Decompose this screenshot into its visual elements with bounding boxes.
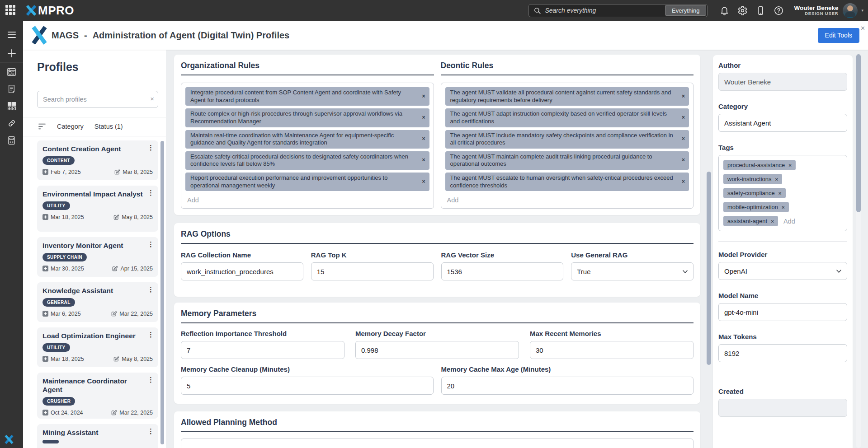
profile-card[interactable]: Load Optimization Engineer ⋮ UTILITY Mar… [37,327,158,367]
menu-toggle[interactable] [0,26,23,43]
details-scrollbar-track[interactable] [856,54,861,448]
remove-tag-icon[interactable]: × [775,177,778,182]
kebab-menu-icon[interactable]: ⋮ [147,428,154,434]
xmpro-footer-logo[interactable] [4,434,14,444]
document-icon [7,84,16,93]
search-scope-button[interactable]: Everything [665,5,706,16]
main-content: Organizational Rules Integrate procedura… [166,50,713,448]
profiles-scrollbar[interactable] [160,141,164,444]
profiles-search-input[interactable] [37,91,158,108]
memory-cache-cleanup-input[interactable] [181,377,434,395]
xmpro-x-icon [25,5,37,16]
created-date: Mar 30, 2025 [51,266,84,272]
remove-rule-icon[interactable]: × [682,157,685,164]
modified-date: Mar 22, 2025 [119,410,153,416]
modified-date-icon [112,266,118,272]
author-input [718,73,847,91]
planning-method-box [181,439,693,448]
profile-card[interactable]: Maintenance Coordinator Agent ⋮ CRUSHER … [37,373,158,419]
remove-rule-icon[interactable]: × [422,135,425,142]
rail-item-apps[interactable] [0,98,23,115]
remove-tag-icon[interactable]: × [788,163,792,168]
remove-tag-icon[interactable]: × [782,205,785,210]
notifications-bell-icon[interactable] [719,5,730,16]
remove-rule-icon[interactable]: × [422,178,425,185]
use-general-rag-select[interactable]: True [571,262,693,280]
app-launcher-icon[interactable] [5,5,16,16]
kebab-menu-icon[interactable]: ⋮ [147,286,154,293]
remove-tag-icon[interactable]: × [778,191,782,196]
max-recent-memories-input[interactable] [530,341,693,359]
user-caret-icon[interactable]: ▾ [861,8,863,13]
kebab-menu-icon[interactable]: ⋮ [147,376,154,383]
rail-item-add[interactable] [0,45,23,62]
memory-cache-max-age-input[interactable] [441,377,694,395]
remove-rule-icon[interactable]: × [682,114,685,121]
kebab-menu-icon[interactable]: ⋮ [147,331,154,338]
reflection-importance-threshold-input[interactable] [181,341,344,359]
memory-decay-factor-input[interactable] [355,341,519,359]
modified-date-icon [113,214,119,220]
settings-gear-icon[interactable] [737,5,748,16]
modified-date-icon [113,356,119,362]
rule-text: The agent MUST adapt instruction complex… [450,110,667,125]
deontic-rules-title: Deontic Rules [441,61,694,75]
category-badge: SUPPLY CHAIN [42,253,87,261]
close-icon[interactable]: ✕ [860,25,865,31]
filter-status[interactable]: Status (1) [94,123,123,130]
rag-vector-size-input[interactable] [441,262,564,280]
profile-card[interactable]: Environmental Impact Analyst ⋮ UTILITY M… [37,186,158,232]
remove-tag-icon[interactable]: × [771,219,774,224]
rail-item-calculations[interactable] [0,132,23,149]
tags-box[interactable]: procedural-assistance× work-instructions… [718,155,847,231]
rag-collection-name-input[interactable] [181,262,303,280]
search-input[interactable] [545,7,665,14]
kebab-menu-icon[interactable]: ⋮ [147,144,154,151]
profile-card[interactable]: Mining Assistant ⋮ [37,424,158,448]
model-provider-select[interactable]: OpenAI [718,262,847,280]
app-name: MAGS [52,30,79,41]
created-date-icon [42,311,48,317]
rail-item-forms[interactable] [0,80,23,98]
profile-card[interactable]: Knowledge Assistant ⋮ GENERAL Mar 6, 202… [37,282,158,322]
help-icon[interactable] [774,5,784,16]
rag-options-title: RAG Options [181,229,693,244]
rag-top-k-input[interactable] [311,262,434,280]
rail-item-connections[interactable] [0,115,23,132]
rail-item-pages[interactable] [0,63,23,80]
main-scrollbar[interactable] [707,172,711,365]
global-search[interactable]: Everything [528,4,708,17]
kebab-menu-icon[interactable]: ⋮ [147,241,154,247]
mobile-device-icon[interactable] [755,5,766,16]
add-rule-input[interactable]: Add [185,194,429,206]
user-menu[interactable]: Wouter Beneke DESIGN USER [794,5,838,16]
remove-rule-icon[interactable]: × [422,157,425,164]
xmpro-logo[interactable]: MPRO [25,4,74,18]
details-scrollbar-thumb[interactable] [856,54,861,212]
edit-tools-button[interactable]: Edit Tools [818,28,859,43]
kebab-menu-icon[interactable]: ⋮ [147,189,154,196]
profile-card[interactable]: Content Creation Agent ⋮ CONTENT Feb 7, … [37,140,158,180]
avatar[interactable] [843,3,858,18]
remove-rule-icon[interactable]: × [422,114,425,121]
remove-rule-icon[interactable]: × [682,135,685,142]
created-date-icon [42,356,48,362]
remove-rule-icon[interactable]: × [422,93,425,100]
created-date: Mar 18, 2025 [51,214,84,220]
profile-card[interactable]: Inventory Monitor Agent ⋮ SUPPLY CHAIN M… [37,237,158,277]
model-name-input[interactable] [718,303,847,321]
max-tokens-input[interactable] [718,344,847,362]
filter-category[interactable]: Category [57,123,84,130]
max-recent-memories-label: Max Recent Memories [530,330,693,337]
add-tag-input[interactable]: Add [783,218,795,225]
clear-search-icon[interactable]: × [150,95,154,103]
organizational-rules-box: Integrate procedural content from SOP Co… [181,83,434,209]
rule-text: The agent MUST include mandatory safety … [450,132,673,146]
add-rule-input[interactable]: Add [445,194,689,206]
category-input[interactable] [718,114,847,132]
category-badge: CONTENT [42,156,75,165]
remove-rule-icon[interactable]: × [682,178,685,185]
tag-text: mobile-optimization [727,204,778,210]
remove-rule-icon[interactable]: × [682,93,685,100]
rules-card: Organizational Rules Integrate procedura… [174,55,700,215]
